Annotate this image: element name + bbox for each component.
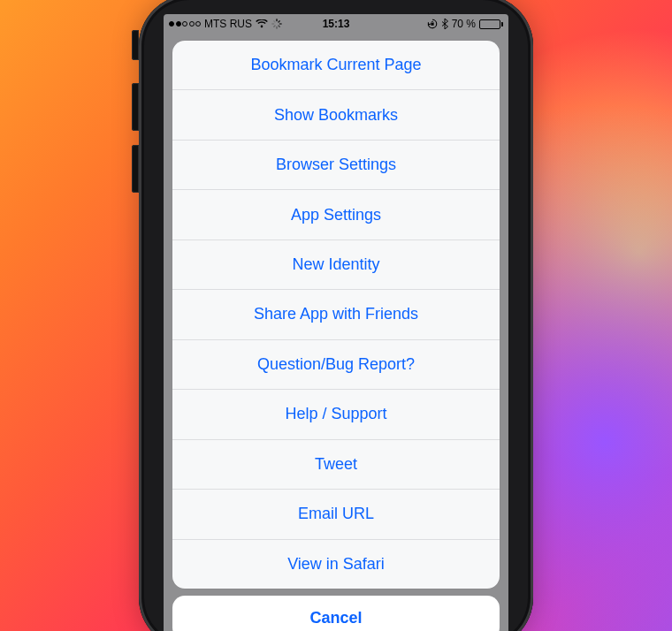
action-sheet-item-label: Help / Support [285, 405, 386, 423]
cellular-signal-icon [169, 21, 201, 27]
mute-switch [132, 30, 139, 60]
rotation-lock-icon [427, 19, 438, 29]
action-sheet-item-label: Share App with Friends [254, 305, 418, 323]
carrier-label: MTS RUS [204, 18, 252, 30]
action-sheet-item-label: Browser Settings [276, 156, 396, 174]
action-sheet-item-label: View in Safari [287, 555, 385, 574]
bluetooth-icon [441, 19, 448, 29]
action-sheet-item[interactable]: App Settings [172, 189, 500, 239]
status-bar-left: MTS RUS [169, 18, 282, 30]
svg-line-5 [274, 26, 275, 27]
wifi-icon [256, 19, 268, 28]
action-sheet-item[interactable]: Show Bookmarks [172, 89, 500, 139]
svg-line-3 [279, 26, 279, 27]
action-sheet-item-label: Tweet [315, 455, 357, 474]
action-sheet-item-label: Email URL [298, 505, 374, 523]
action-sheet: Bookmark Current PageShow BookmarksBrows… [172, 41, 500, 631]
action-sheet-item[interactable]: New Identity [172, 239, 500, 289]
action-sheet-item-label: Show Bookmarks [274, 106, 398, 125]
action-sheet-item[interactable]: Email URL [172, 489, 500, 538]
cancel-button-label: Cancel [309, 609, 362, 627]
phone-screen: MTS RUS [164, 14, 508, 631]
action-sheet-list: Bookmark Current PageShow BookmarksBrows… [172, 41, 500, 589]
phone-frame: MTS RUS [139, 0, 533, 631]
action-sheet-item[interactable]: Browser Settings [172, 140, 500, 189]
action-sheet-item-label: New Identity [292, 255, 379, 274]
action-sheet-item[interactable]: View in Safari [172, 539, 500, 589]
cancel-button[interactable]: Cancel [172, 596, 500, 631]
status-bar: MTS RUS [164, 14, 508, 34]
action-sheet-item-label: App Settings [291, 206, 381, 224]
status-bar-right: 70 % [427, 18, 503, 30]
battery-icon [479, 19, 503, 29]
action-sheet-item-label: Question/Bug Report? [257, 355, 415, 374]
action-sheet-item[interactable]: Bookmark Current Page [172, 41, 500, 89]
svg-line-7 [274, 21, 275, 22]
action-sheet-item[interactable]: Share App with Friends [172, 289, 500, 338]
battery-percent-label: 70 % [452, 18, 476, 30]
volume-down-button [132, 145, 139, 193]
action-sheet-item-label: Bookmark Current Page [250, 56, 421, 74]
svg-rect-8 [431, 23, 433, 26]
action-sheet-item[interactable]: Question/Bug Report? [172, 339, 500, 389]
loading-icon [271, 19, 282, 29]
action-sheet-item[interactable]: Help / Support [172, 389, 500, 438]
svg-line-1 [279, 21, 279, 22]
volume-up-button [132, 83, 139, 131]
action-sheet-item[interactable]: Tweet [172, 439, 500, 489]
